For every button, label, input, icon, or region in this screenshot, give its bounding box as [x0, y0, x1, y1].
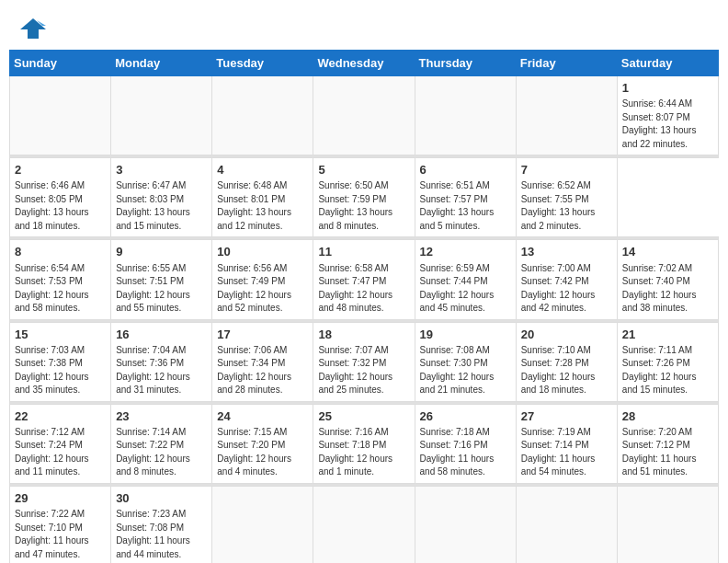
calendar-week-row: 1Sunrise: 6:44 AM Sunset: 8:07 PM Daylig… — [10, 76, 719, 155]
calendar-week-row: 2Sunrise: 6:46 AM Sunset: 8:05 PM Daylig… — [10, 158, 719, 237]
day-header-sunday: Sunday — [10, 51, 111, 76]
day-number: 25 — [318, 408, 409, 425]
calendar-cell: 2Sunrise: 6:46 AM Sunset: 8:05 PM Daylig… — [10, 158, 111, 237]
day-number: 28 — [622, 408, 713, 425]
calendar-cell: 5Sunrise: 6:50 AM Sunset: 7:59 PM Daylig… — [313, 158, 415, 237]
day-info: Sunrise: 6:52 AM Sunset: 7:55 PM Dayligh… — [521, 179, 612, 233]
day-info: Sunrise: 7:11 AM Sunset: 7:26 PM Dayligh… — [622, 344, 713, 397]
day-number: 13 — [521, 244, 612, 260]
day-info: Sunrise: 7:20 AM Sunset: 7:12 PM Dayligh… — [622, 426, 713, 479]
day-info: Sunrise: 6:56 AM Sunset: 7:49 PM Dayligh… — [217, 262, 308, 316]
calendar-cell — [10, 76, 111, 155]
calendar-cell: 18Sunrise: 7:07 AM Sunset: 7:32 PM Dayli… — [313, 322, 415, 401]
day-info: Sunrise: 6:54 AM Sunset: 7:53 PM Dayligh… — [15, 262, 106, 316]
calendar-cell: 29Sunrise: 7:22 AM Sunset: 7:10 PM Dayli… — [10, 486, 111, 563]
calendar-cell — [111, 76, 212, 155]
day-number: 15 — [15, 327, 106, 343]
day-number: 29 — [15, 490, 106, 507]
calendar-cell: 22Sunrise: 7:12 AM Sunset: 7:24 PM Dayli… — [10, 404, 111, 483]
calendar-cell: 12Sunrise: 6:59 AM Sunset: 7:44 PM Dayli… — [415, 240, 516, 319]
calendar-cell: 9Sunrise: 6:55 AM Sunset: 7:51 PM Daylig… — [111, 240, 212, 319]
day-info: Sunrise: 7:00 AM Sunset: 7:42 PM Dayligh… — [521, 262, 612, 316]
day-info: Sunrise: 6:44 AM Sunset: 8:07 PM Dayligh… — [622, 98, 713, 151]
day-number: 17 — [217, 327, 308, 343]
calendar-header-row: SundayMondayTuesdayWednesdayThursdayFrid… — [10, 51, 719, 76]
calendar-cell — [415, 486, 516, 563]
calendar-table: SundayMondayTuesdayWednesdayThursdayFrid… — [9, 50, 719, 563]
day-info: Sunrise: 7:19 AM Sunset: 7:14 PM Dayligh… — [521, 426, 612, 479]
calendar-cell: 4Sunrise: 6:48 AM Sunset: 8:01 PM Daylig… — [212, 158, 313, 237]
calendar-cell — [212, 486, 313, 563]
logo — [18, 17, 51, 40]
day-header-friday: Friday — [516, 51, 617, 76]
logo-icon — [18, 17, 48, 40]
day-info: Sunrise: 7:14 AM Sunset: 7:22 PM Dayligh… — [116, 426, 207, 479]
day-number: 5 — [318, 162, 409, 178]
calendar-cell — [516, 486, 617, 563]
calendar-cell — [617, 486, 718, 563]
calendar-cell — [313, 486, 415, 563]
day-info: Sunrise: 7:23 AM Sunset: 7:08 PM Dayligh… — [116, 508, 207, 561]
calendar-week-row: 29Sunrise: 7:22 AM Sunset: 7:10 PM Dayli… — [10, 486, 719, 563]
calendar-week-row: 15Sunrise: 7:03 AM Sunset: 7:38 PM Dayli… — [10, 322, 719, 401]
day-number: 6 — [420, 162, 511, 178]
calendar-cell: 30Sunrise: 7:23 AM Sunset: 7:08 PM Dayli… — [111, 486, 212, 563]
calendar-cell: 8Sunrise: 6:54 AM Sunset: 7:53 PM Daylig… — [10, 240, 111, 319]
calendar-cell: 11Sunrise: 6:58 AM Sunset: 7:47 PM Dayli… — [313, 240, 415, 319]
day-header-thursday: Thursday — [415, 51, 516, 76]
calendar-cell — [212, 76, 313, 155]
day-info: Sunrise: 7:18 AM Sunset: 7:16 PM Dayligh… — [420, 426, 511, 479]
day-info: Sunrise: 6:50 AM Sunset: 7:59 PM Dayligh… — [318, 179, 409, 233]
calendar-cell: 15Sunrise: 7:03 AM Sunset: 7:38 PM Dayli… — [10, 322, 111, 401]
day-info: Sunrise: 7:08 AM Sunset: 7:30 PM Dayligh… — [420, 344, 511, 397]
calendar-cell — [415, 76, 516, 155]
day-number: 20 — [521, 327, 612, 343]
day-number: 7 — [521, 162, 612, 178]
day-info: Sunrise: 7:02 AM Sunset: 7:40 PM Dayligh… — [622, 262, 713, 316]
calendar-cell — [313, 76, 415, 155]
day-info: Sunrise: 7:03 AM Sunset: 7:38 PM Dayligh… — [15, 344, 106, 397]
calendar-week-row: 8Sunrise: 6:54 AM Sunset: 7:53 PM Daylig… — [10, 240, 719, 319]
day-number: 18 — [318, 327, 409, 343]
day-number: 11 — [318, 244, 409, 260]
day-header-monday: Monday — [111, 51, 212, 76]
calendar-cell: 17Sunrise: 7:06 AM Sunset: 7:34 PM Dayli… — [212, 322, 313, 401]
calendar-cell: 16Sunrise: 7:04 AM Sunset: 7:36 PM Dayli… — [111, 322, 212, 401]
calendar-cell — [516, 76, 617, 155]
calendar-cell: 6Sunrise: 6:51 AM Sunset: 7:57 PM Daylig… — [415, 158, 516, 237]
day-number: 19 — [420, 327, 511, 343]
day-number: 30 — [116, 490, 207, 507]
day-number: 9 — [116, 244, 207, 260]
calendar-cell: 3Sunrise: 6:47 AM Sunset: 8:03 PM Daylig… — [111, 158, 212, 237]
calendar-cell: 20Sunrise: 7:10 AM Sunset: 7:28 PM Dayli… — [516, 322, 617, 401]
day-number: 14 — [622, 244, 713, 260]
day-number: 10 — [217, 244, 308, 260]
day-number: 16 — [116, 327, 207, 343]
day-info: Sunrise: 6:59 AM Sunset: 7:44 PM Dayligh… — [420, 262, 511, 316]
calendar-cell: 28Sunrise: 7:20 AM Sunset: 7:12 PM Dayli… — [617, 404, 718, 483]
day-info: Sunrise: 7:06 AM Sunset: 7:34 PM Dayligh… — [217, 344, 308, 397]
day-info: Sunrise: 6:51 AM Sunset: 7:57 PM Dayligh… — [420, 179, 511, 233]
calendar-cell: 23Sunrise: 7:14 AM Sunset: 7:22 PM Dayli… — [111, 404, 212, 483]
day-number: 3 — [116, 162, 207, 178]
calendar-cell: 13Sunrise: 7:00 AM Sunset: 7:42 PM Dayli… — [516, 240, 617, 319]
calendar-week-row: 22Sunrise: 7:12 AM Sunset: 7:24 PM Dayli… — [10, 404, 719, 483]
day-number: 26 — [420, 408, 511, 425]
day-info: Sunrise: 7:15 AM Sunset: 7:20 PM Dayligh… — [217, 426, 308, 479]
day-number: 2 — [15, 162, 106, 178]
day-info: Sunrise: 7:22 AM Sunset: 7:10 PM Dayligh… — [15, 508, 106, 561]
day-number: 23 — [116, 408, 207, 425]
day-number: 22 — [15, 408, 106, 425]
day-number: 27 — [521, 408, 612, 425]
calendar-cell: 26Sunrise: 7:18 AM Sunset: 7:16 PM Dayli… — [415, 404, 516, 483]
calendar-cell: 24Sunrise: 7:15 AM Sunset: 7:20 PM Dayli… — [212, 404, 313, 483]
calendar-cell: 25Sunrise: 7:16 AM Sunset: 7:18 PM Dayli… — [313, 404, 415, 483]
svg-marker-0 — [20, 18, 46, 39]
day-info: Sunrise: 6:47 AM Sunset: 8:03 PM Dayligh… — [116, 179, 207, 233]
day-info: Sunrise: 6:58 AM Sunset: 7:47 PM Dayligh… — [318, 262, 409, 316]
calendar-cell: 21Sunrise: 7:11 AM Sunset: 7:26 PM Dayli… — [617, 322, 718, 401]
day-info: Sunrise: 7:16 AM Sunset: 7:18 PM Dayligh… — [318, 426, 409, 479]
day-number: 21 — [622, 327, 713, 343]
day-info: Sunrise: 6:55 AM Sunset: 7:51 PM Dayligh… — [116, 262, 207, 316]
day-header-wednesday: Wednesday — [313, 51, 415, 76]
